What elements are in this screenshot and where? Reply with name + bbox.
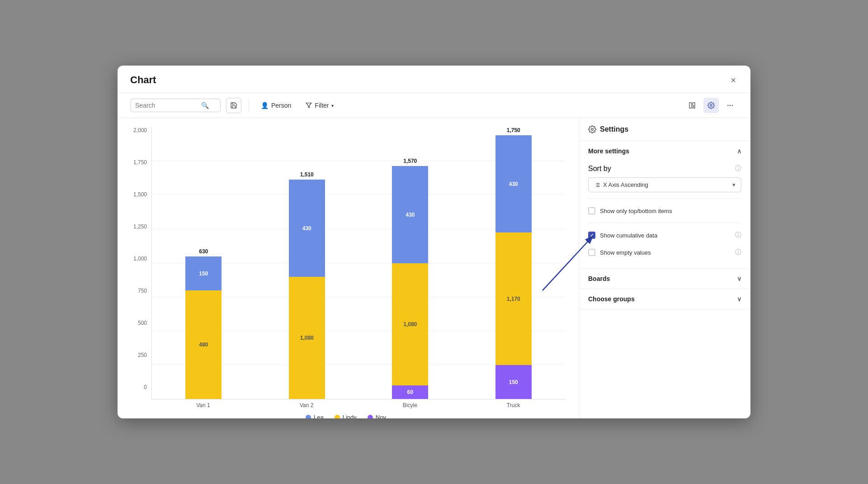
stacked-bar-truck: 150 1,170 430 [495,135,532,399]
main-window: Chart × 🔍 👤 Person Filter ▾ [118,66,750,418]
chart-inner: Kilometers 2,000 1,750 1,500 1,250 1,000… [127,127,565,408]
show-top-bottom-label[interactable]: Show only top/bottom items [600,208,741,214]
filter-button[interactable]: Filter ▾ [301,99,338,112]
svg-point-4 [710,104,712,106]
legend-item-lindy: Lindy [335,414,357,418]
save-icon [230,102,237,109]
sort-select-chevron-icon: ▾ [732,181,736,188]
y-tick-250: 250 [138,352,147,358]
show-cumulative-info-icon[interactable]: ⓘ [735,231,741,239]
stacked-bar-van2: 1,080 430 [289,180,325,399]
svg-point-5 [727,105,729,106]
legend-dot-lindy [335,415,340,419]
sort-option-label: X Axis Ascending [603,181,648,188]
bar-total-truck: 1,750 [507,127,520,133]
bar-segment-bicyle-yellow: 1,080 [392,263,428,385]
choose-groups-chevron-icon: ∨ [737,295,741,303]
show-empty-row: Show empty values ⓘ [588,244,741,261]
legend: Lea Lindy Noy [127,408,565,418]
show-top-bottom-row: Show only top/bottom items [588,203,741,219]
legend-dot-lea [306,415,311,419]
svg-point-7 [731,105,733,106]
search-icon: 🔍 [201,102,209,109]
bar-segment-truck-purple: 150 [495,365,532,399]
bar-segment-bicyle-purple: 60 [392,385,428,399]
divider-1 [588,199,741,199]
search-input[interactable] [135,102,198,109]
legend-label-lindy: Lindy [343,414,357,418]
settings-gear-icon [588,125,596,133]
bar-segment-truck-blue: 430 [495,135,532,233]
toolbar-right [684,98,738,113]
chart-wrapper: Kilometers 2,000 1,750 1,500 1,250 1,000… [127,127,565,418]
svg-point-6 [730,105,731,106]
close-button[interactable]: × [729,74,738,86]
x-label-truck: Truck [475,399,552,408]
layout-icon [689,102,696,109]
more-settings-section: More settings ∧ Sort by ⓘ [579,141,750,269]
sort-by-row: Sort by ⓘ [588,165,741,173]
x-label-bicyle: Bicyle [372,399,448,408]
more-settings-header[interactable]: More settings ∧ [579,141,750,161]
bars-area: 630 480 150 1,510 1,080 [151,127,565,399]
svg-rect-2 [693,103,695,106]
choose-groups-section: Choose groups ∨ [579,289,750,309]
bar-segment-van2-blue: 430 [289,180,325,277]
title-bar: Chart × [118,66,750,93]
legend-label-lea: Lea [314,414,324,418]
save-icon-button[interactable] [226,98,241,113]
choose-groups-header[interactable]: Choose groups ∨ [579,289,750,309]
show-empty-checkbox-wrapper[interactable] [588,249,595,256]
show-cumulative-label[interactable]: Show cumulative data [600,232,731,239]
toolbar-separator [249,100,249,111]
person-icon: 👤 [261,102,269,109]
filter-icon [306,102,312,109]
settings-icon-button[interactable] [703,98,719,113]
sort-by-info-icon[interactable]: ⓘ [735,165,741,173]
more-options-icon [726,102,734,109]
show-empty-label[interactable]: Show empty values [600,249,731,256]
filter-label: Filter [315,102,329,109]
main-content: Kilometers 2,000 1,750 1,500 1,250 1,000… [118,118,750,418]
show-top-bottom-checkbox-wrapper[interactable] [588,207,595,214]
y-tick-2000: 2,000 [133,127,147,133]
bar-group-truck: 1,750 150 1,170 430 [476,127,552,399]
show-top-bottom-checkbox[interactable] [588,207,595,214]
person-button[interactable]: 👤 Person [256,99,296,112]
y-tick-0: 0 [144,384,147,390]
bar-total-van1: 630 [199,248,208,255]
x-labels: Van 1 Van 2 Bicyle Truck [151,399,565,408]
legend-label-noy: Noy [376,414,386,418]
bar-total-van2: 1,510 [300,171,314,178]
show-cumulative-checkbox[interactable] [588,232,595,239]
bar-total-bicyle: 1,570 [403,158,417,164]
chart-area: Kilometers 2,000 1,750 1,500 1,250 1,000… [118,118,579,418]
show-empty-checkbox[interactable] [588,249,595,256]
sort-select-value: X Axis Ascending [594,181,648,188]
more-settings-chevron-icon: ∧ [737,147,741,155]
settings-header: Settings [579,118,750,141]
settings-title: Settings [600,125,628,133]
sort-select[interactable]: X Axis Ascending ▾ [588,177,741,192]
svg-rect-3 [693,107,695,108]
choose-groups-label: Choose groups [588,295,635,303]
show-cumulative-row: Show cumulative data ⓘ [588,227,741,244]
bar-group-bicyle: 1,570 60 1,080 430 [372,158,448,399]
more-options-button[interactable] [722,98,738,113]
bar-segment-bicyle-blue: 430 [392,166,428,263]
bar-group-van2: 1,510 1,080 430 [269,171,345,399]
show-empty-info-icon[interactable]: ⓘ [735,248,741,256]
bar-segment-van1-yellow: 480 [185,290,222,399]
layout-icon-button[interactable] [684,98,700,113]
more-settings-content: Sort by ⓘ X Axis Ascending ▾ [579,161,750,268]
more-settings-label: More settings [588,147,629,155]
sort-icon [594,182,600,188]
chart-plot: 630 480 150 1,510 1,080 [151,127,565,408]
search-box: 🔍 [130,99,221,112]
boards-header[interactable]: Boards ∨ [579,269,750,289]
show-cumulative-checkbox-wrapper[interactable] [588,232,595,239]
x-label-van2: Van 2 [269,399,345,408]
person-label: Person [271,102,291,109]
legend-dot-noy [368,415,373,419]
stacked-bar-bicyle: 60 1,080 430 [392,166,428,399]
